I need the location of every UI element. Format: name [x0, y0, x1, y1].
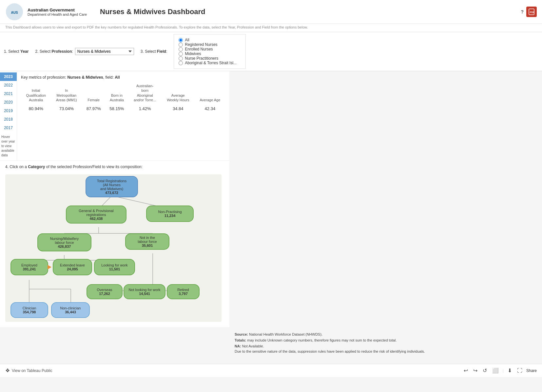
year-item-2020[interactable]: 2020 — [0, 98, 17, 107]
metric-age: 42.34 — [195, 104, 225, 114]
gov-name: Australian Government — [28, 8, 87, 12]
redo-button[interactable]: ↪ — [472, 367, 479, 374]
node-clinician[interactable]: Clinician 354,798 — [10, 302, 48, 318]
year-item-2021[interactable]: 2021 — [0, 89, 17, 98]
gov-logo: AUS — [5, 3, 24, 21]
metric-born: 58.15% — [105, 104, 128, 114]
field-panel: All Registered Nurses Enrolled Nurses Mi… — [174, 34, 246, 69]
field-option-atsi[interactable]: Aboriginal & Torres Strait Isl... — [179, 61, 241, 65]
node-employed[interactable]: Employed 391,241 — [10, 259, 48, 275]
col-header-metro: InMetropolitanAreas (MM1) — [51, 82, 82, 104]
content-area: 2023 2022 2021 2020 2019 2018 2017 Hover… — [0, 71, 542, 327]
diagram-instruction: 4. Click on a Category of the selected P… — [5, 165, 224, 169]
dept-name: Department of Health and Aged Care — [28, 12, 87, 16]
col-header-born: Born inAustralia — [105, 82, 128, 104]
step1-group: 1. Select Year — [4, 49, 29, 54]
share-button[interactable]: Share — [526, 368, 537, 373]
right-panel — [229, 71, 542, 327]
fullscreen-button[interactable]: ⛶ — [516, 367, 524, 374]
undo-button[interactable]: ↩ — [462, 367, 469, 374]
node-nursing-labour[interactable]: Nursing/Midwiferylabour force 426,837 — [37, 233, 91, 251]
node-nonpractising[interactable]: Non-Practising 11,234 — [146, 206, 194, 222]
col-header-initial: InitialQualificationAustralia — [21, 82, 51, 104]
metric-atsi: 1.42% — [128, 104, 162, 114]
controls-row: 1. Select Year 2. Select Profession: Nur… — [0, 32, 542, 71]
node-total[interactable]: Total Registrations(All Nursesand Midwiv… — [86, 176, 138, 197]
page-title: Nurses & Midwives Dashboard — [100, 8, 521, 16]
step2-group: 2. Select Profession: Nurses & Midwives — [35, 48, 134, 55]
totals-line: Totals: may include Unknown category num… — [235, 338, 537, 342]
metric-hours: 34.84 — [162, 104, 195, 114]
step2-label: 2. Select Profession: — [35, 49, 73, 54]
year-hint: Hover over year to view available data — [0, 132, 17, 160]
col-header-age: Average Age — [195, 82, 225, 104]
source-info: Source: National Health Workforce Datase… — [0, 327, 542, 338]
help-icon[interactable]: ? — [521, 9, 524, 14]
metric-female: 87.97% — [82, 104, 105, 114]
source-text-area: Source: National Health Workforce Datase… — [235, 332, 537, 353]
field-option-midwives[interactable]: Midwives — [179, 51, 241, 56]
node-not-labour[interactable]: Not in thelabour force 35,601 — [125, 233, 169, 250]
view-button[interactable]: ⬜ — [491, 367, 500, 374]
subtitle: This Dashboard allows users to view and … — [0, 24, 542, 32]
diagram-container: Total Registrations(All Nursesand Midwiv… — [5, 174, 222, 322]
metrics-table: InitialQualificationAustralia InMetropol… — [21, 82, 225, 114]
header-gov-info: Australian Government Department of Heal… — [28, 8, 87, 16]
year-item-2017[interactable]: 2017 — [0, 124, 17, 132]
metric-metro: 73.04% — [51, 104, 82, 114]
download-button[interactable]: ⬇ — [506, 367, 513, 374]
col-header-hours: AverageWeekly Hours — [162, 82, 195, 104]
tableau-icon: ❖ — [5, 367, 10, 374]
col-header-atsi: Australian-bornAboriginaland/or Torre... — [128, 82, 162, 104]
node-retired[interactable]: Retired 3,797 — [167, 284, 200, 299]
header-icons: ? PDF — [521, 7, 537, 17]
node-general[interactable]: General & Provisionalregistrations 462,4… — [66, 206, 126, 224]
year-list: 2023 2022 2021 2020 2019 2018 2017 Hover… — [0, 71, 17, 160]
node-overseas[interactable]: Overseas 17,262 — [87, 284, 123, 299]
year-item-2022[interactable]: 2022 — [0, 81, 17, 89]
metrics-area: Key metrics of profession: Nurses & Midw… — [17, 71, 229, 160]
metric-initial: 80.94% — [21, 104, 51, 114]
node-looking-work[interactable]: Looking for work 11,501 — [94, 259, 135, 275]
node-nonclinician[interactable]: Non-clinician 36,443 — [51, 302, 90, 318]
step1-label: 1. Select Year — [4, 49, 29, 54]
field-option-practitioners[interactable]: Nurse Practitioners — [179, 56, 241, 61]
header: AUS Australian Government Department of … — [0, 0, 542, 24]
metrics-title: Key metrics of profession: Nurses & Midw… — [21, 75, 225, 80]
suppression-line: Due to the sensitive nature of the data,… — [235, 349, 537, 353]
play-icon — [48, 265, 51, 269]
field-option-all[interactable]: All — [179, 38, 241, 42]
step3-group: 3. Select Field: — [141, 49, 167, 54]
step3-label: 3. Select Field: — [141, 49, 167, 54]
na-line: NA: Not Available. — [235, 344, 537, 348]
source-line: Source: National Health Workforce Datase… — [235, 332, 537, 336]
profession-select[interactable]: Nurses & Midwives — [75, 48, 134, 55]
footer-bar: ❖ View on Tableau Public ↩ ↪ ↺ ⬜ | ⬇ ⛶ S… — [0, 364, 542, 377]
svg-text:PDF: PDF — [530, 11, 534, 13]
field-option-registered[interactable]: Registered Nurses — [179, 42, 241, 47]
tableau-link[interactable]: ❖ View on Tableau Public — [5, 367, 52, 374]
footer-controls: ↩ ↪ ↺ ⬜ | ⬇ ⛶ Share — [462, 367, 537, 374]
year-item-2018[interactable]: 2018 — [0, 115, 17, 124]
col-header-female: Female — [82, 82, 105, 104]
reset-button[interactable]: ↺ — [481, 367, 488, 374]
left-panel: 2023 2022 2021 2020 2019 2018 2017 Hover… — [0, 71, 229, 327]
node-extended-leave[interactable]: Extended leave 24,095 — [53, 259, 92, 275]
year-item-2023[interactable]: 2023 — [0, 72, 17, 81]
year-item-2019[interactable]: 2019 — [0, 107, 17, 115]
svg-text:AUS: AUS — [11, 11, 18, 14]
pdf-button[interactable]: PDF — [526, 7, 537, 17]
diagram-section: 4. Click on a Category of the selected P… — [0, 161, 229, 327]
field-option-enrolled[interactable]: Enrolled Nurses — [179, 47, 241, 51]
node-not-looking-work[interactable]: Not looking for work 14,541 — [124, 284, 165, 299]
